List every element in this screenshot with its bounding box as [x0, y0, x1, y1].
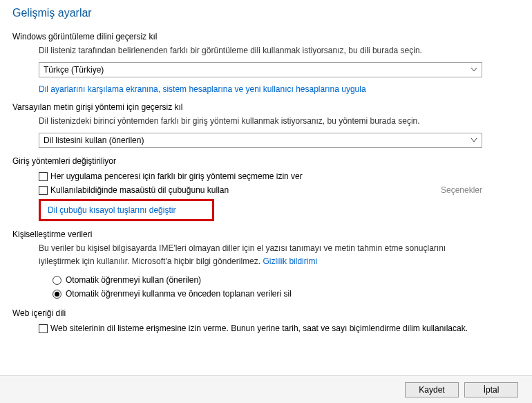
input-method-dropdown[interactable]: Dil listesini kullan (önerilen): [39, 133, 482, 148]
section-input-method-heading: Varsayılan metin girişi yöntemi için geç…: [12, 102, 520, 112]
highlighted-hotkey-box: Dil çubuğu kısayol tuşlarını değiştir: [39, 199, 214, 221]
save-button[interactable]: Kaydet: [405, 382, 459, 397]
input-method-value: Dil listesini kullan (önerilen): [44, 135, 144, 145]
section-input-method-desc: Dil listenizdeki birinci yöntemden farkl…: [39, 115, 520, 127]
footer-bar: Kaydet İptal: [0, 375, 532, 403]
auto-learn-off-radio[interactable]: [53, 290, 61, 299]
options-link[interactable]: Seçenekler: [441, 185, 482, 195]
section-switch-input-heading: Giriş yöntemleri değiştiriliyor: [12, 156, 520, 166]
desktop-langbar-label: Kullanılabildiğinde masaüstü dil çubuğun…: [50, 185, 229, 195]
chevron-down-icon: [471, 66, 477, 73]
display-language-value: Türkçe (Türkiye): [44, 65, 104, 75]
auto-learn-off-label: Otomatik öğrenmeyi kullanma ve önceden t…: [66, 289, 292, 299]
auto-learn-on-radio[interactable]: [53, 276, 61, 285]
apply-language-settings-link[interactable]: Dil ayarlarını karşılama ekranına, siste…: [39, 84, 366, 94]
block-website-lang-label: Web sitelerinin dil listeme erişmesine i…: [50, 324, 468, 333]
section-web-content-heading: Web içeriği dili: [12, 308, 520, 318]
personalization-desc: Bu veriler bu kişisel bilgisayarda IME'l…: [39, 242, 482, 268]
privacy-statement-link[interactable]: Gizlilik bildirimi: [263, 255, 317, 268]
block-website-lang-checkbox[interactable]: [39, 324, 48, 333]
per-window-input-label: Her uygulama penceresi için farklı bir g…: [50, 171, 303, 181]
auto-learn-on-label: Otomatik öğrenmeyi kullan (önerilen): [66, 275, 201, 285]
cancel-button[interactable]: İptal: [464, 382, 518, 397]
per-window-input-checkbox[interactable]: [39, 172, 48, 181]
section-display-language-heading: Windows görüntüleme dilini geçersiz kıl: [12, 32, 520, 41]
page-title: Gelişmiş ayarlar: [12, 7, 520, 19]
section-display-language-desc: Dil listeniz tarafından belirlenenden fa…: [39, 44, 520, 57]
display-language-dropdown[interactable]: Türkçe (Türkiye): [39, 62, 482, 77]
chevron-down-icon: [471, 137, 477, 144]
change-langbar-hotkeys-link[interactable]: Dil çubuğu kısayol tuşlarını değiştir: [48, 205, 175, 215]
section-personalization-heading: Kişiselleştirme verileri: [12, 229, 520, 239]
desktop-langbar-checkbox[interactable]: [39, 186, 48, 195]
